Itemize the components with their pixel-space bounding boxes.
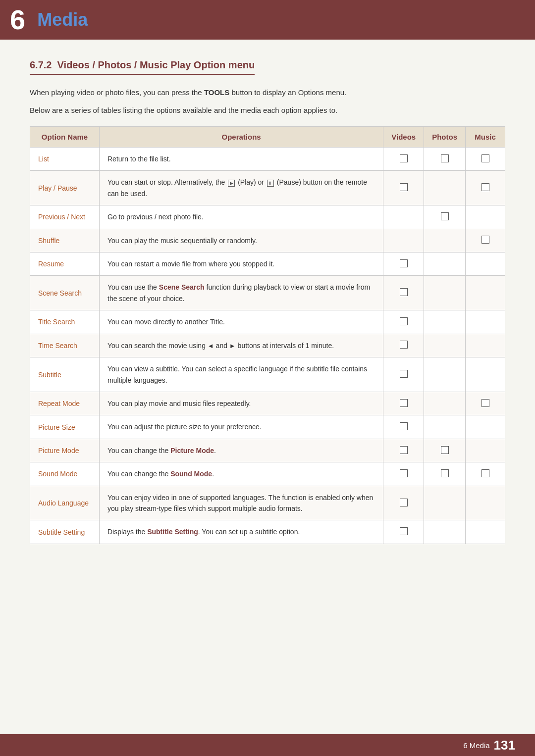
videos-checkbox	[383, 148, 424, 171]
music-checkbox	[466, 252, 505, 275]
photos-checkbox	[424, 229, 466, 252]
music-checkbox	[466, 439, 505, 462]
operations-cell: You can search the movie using ◄ and ► b…	[100, 334, 383, 357]
photos-checkbox	[424, 357, 466, 392]
header-videos: Videos	[383, 127, 424, 148]
operations-cell: You can change the Picture Mode.	[100, 439, 383, 462]
operations-cell: You can view a subtitle. You can select …	[100, 357, 383, 392]
photos-checkbox	[424, 171, 466, 205]
intro-paragraph-1: When playing video or photo files, you c…	[30, 87, 505, 99]
videos-checkbox	[383, 252, 424, 275]
option-name-cell: List	[30, 148, 100, 171]
operations-cell: You can move directly to another Title.	[100, 310, 383, 334]
videos-checkbox	[383, 439, 424, 462]
option-name-cell: Repeat Mode	[30, 392, 100, 415]
operations-cell: You can enjoy video in one of supported …	[100, 486, 383, 520]
videos-checkbox	[383, 392, 424, 415]
operations-cell: You can adjust the picture size to your …	[100, 415, 383, 439]
option-name-cell: Shuffle	[30, 229, 100, 252]
videos-checkbox	[383, 205, 424, 229]
music-checkbox	[466, 171, 505, 205]
operations-cell: You can start or stop. Alternatively, th…	[100, 171, 383, 205]
section-heading: 6.7.2 Videos / Photos / Music Play Optio…	[30, 59, 255, 75]
videos-checkbox	[383, 462, 424, 486]
option-name-cell: Time Search	[30, 334, 100, 357]
photos-checkbox	[424, 486, 466, 520]
videos-checkbox	[383, 334, 424, 357]
operations-cell: Return to the file list.	[100, 148, 383, 171]
videos-checkbox	[383, 486, 424, 520]
music-checkbox	[466, 486, 505, 520]
intro-paragraph-2: Below are a series of tables listing the…	[30, 104, 505, 116]
music-checkbox	[466, 392, 505, 415]
option-name-cell: Subtitle Setting	[30, 520, 100, 544]
footer-page: 131	[494, 738, 515, 753]
page-content: 6.7.2 Videos / Photos / Music Play Optio…	[0, 40, 535, 564]
footer-label: 6 Media	[463, 741, 489, 750]
page-header: 6 Media	[0, 0, 535, 40]
videos-checkbox	[383, 276, 424, 310]
photos-checkbox	[424, 252, 466, 275]
music-checkbox	[466, 229, 505, 252]
photos-checkbox	[424, 415, 466, 439]
videos-checkbox	[383, 171, 424, 205]
music-checkbox	[466, 205, 505, 229]
pause-icon	[267, 180, 274, 187]
operations-cell: You can play the music sequentially or r…	[100, 229, 383, 252]
photos-checkbox	[424, 439, 466, 462]
videos-checkbox	[383, 229, 424, 252]
option-name-cell: Title Search	[30, 310, 100, 334]
operations-cell: You can restart a movie file from where …	[100, 252, 383, 275]
header-operations: Operations	[100, 127, 383, 148]
photos-checkbox	[424, 334, 466, 357]
music-checkbox	[466, 310, 505, 334]
header-music: Music	[466, 127, 505, 148]
options-table: Option Name Operations Videos Photos Mus…	[30, 126, 505, 544]
operations-cell: You can play movie and music files repea…	[100, 392, 383, 415]
play-icon	[228, 180, 235, 187]
photos-checkbox	[424, 392, 466, 415]
photos-checkbox	[424, 520, 466, 544]
page-footer: 6 Media 131	[0, 734, 535, 756]
option-name-cell: Subtitle	[30, 357, 100, 392]
videos-checkbox	[383, 415, 424, 439]
option-name-cell: Picture Size	[30, 415, 100, 439]
option-name-cell: Play / Pause	[30, 171, 100, 205]
videos-checkbox	[383, 520, 424, 544]
music-checkbox	[466, 334, 505, 357]
videos-checkbox	[383, 310, 424, 334]
option-name-cell: Sound Mode	[30, 462, 100, 486]
operations-cell: Displays the Subtitle Setting. You can s…	[100, 520, 383, 544]
music-checkbox	[466, 415, 505, 439]
photos-checkbox	[424, 148, 466, 171]
photos-checkbox	[424, 462, 466, 486]
photos-checkbox	[424, 205, 466, 229]
tools-keyword: TOOLS	[204, 88, 229, 97]
option-name-cell: Audio Language	[30, 486, 100, 520]
option-name-cell: Resume	[30, 252, 100, 275]
chapter-number: 6	[10, 6, 25, 34]
header-photos: Photos	[424, 127, 466, 148]
chapter-title: Media	[37, 9, 88, 30]
option-name-cell: Picture Mode	[30, 439, 100, 462]
operations-cell: Go to previous / next photo file.	[100, 205, 383, 229]
operations-cell: You can use the Scene Search function du…	[100, 276, 383, 310]
music-checkbox	[466, 520, 505, 544]
header-option-name: Option Name	[30, 127, 100, 148]
option-name-cell: Previous / Next	[30, 205, 100, 229]
music-checkbox	[466, 462, 505, 486]
music-checkbox	[466, 148, 505, 171]
music-checkbox	[466, 276, 505, 310]
option-name-cell: Scene Search	[30, 276, 100, 310]
photos-checkbox	[424, 310, 466, 334]
operations-cell: You can change the Sound Mode.	[100, 462, 383, 486]
photos-checkbox	[424, 276, 466, 310]
videos-checkbox	[383, 357, 424, 392]
music-checkbox	[466, 357, 505, 392]
